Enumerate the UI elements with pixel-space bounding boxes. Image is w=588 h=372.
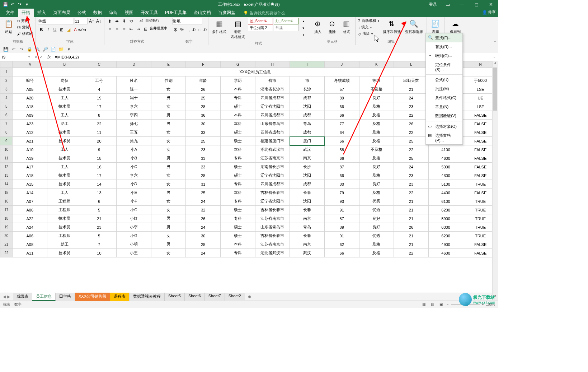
cancel-formula-icon[interactable]: ✕ bbox=[34, 55, 38, 60]
sheet-tab[interactable]: XXX公司销售额 bbox=[75, 293, 110, 301]
ribbon-tab[interactable]: 视图 bbox=[121, 8, 137, 17]
copy-button[interactable]: ⿻复制 bbox=[17, 24, 33, 30]
decrease-decimal-icon[interactable]: ←.0 bbox=[199, 27, 206, 33]
find-menu-item[interactable]: 数据验证(V) bbox=[426, 111, 462, 120]
data-cell[interactable]: 四川省成都市 bbox=[255, 128, 290, 137]
merge-center-button[interactable]: 合并后居中 bbox=[150, 26, 168, 32]
data-cell[interactable]: 男 bbox=[151, 154, 186, 163]
data-cell[interactable]: 良好 bbox=[359, 214, 394, 223]
data-cell[interactable]: 87 bbox=[324, 214, 359, 223]
data-cell[interactable]: 89 bbox=[324, 94, 359, 102]
data-cell[interactable]: 77 bbox=[324, 120, 359, 128]
style-down-icon[interactable]: ▼ bbox=[300, 25, 307, 31]
data-cell[interactable]: 4900 bbox=[428, 240, 463, 249]
login-link[interactable]: 登录 bbox=[429, 2, 437, 7]
new-sheet-button[interactable]: ⊕ bbox=[245, 294, 254, 299]
column-header[interactable]: K bbox=[359, 61, 394, 68]
data-cell[interactable]: 湖南省长沙市 bbox=[255, 163, 290, 171]
row-header[interactable]: 7 bbox=[0, 120, 13, 128]
find-menu-item[interactable]: 替换(R)... bbox=[426, 42, 462, 51]
ribbon-tab[interactable]: 公式 bbox=[74, 8, 90, 17]
fill-button[interactable]: ↓填充▾ bbox=[358, 24, 380, 30]
data-cell[interactable]: 62 bbox=[324, 240, 359, 249]
header-cell[interactable]: 年龄 bbox=[186, 76, 221, 85]
column-header[interactable]: A bbox=[13, 61, 47, 68]
data-cell[interactable]: 及格 bbox=[359, 154, 394, 163]
data-cell[interactable]: 男 bbox=[151, 94, 186, 102]
data-cell[interactable]: 女 bbox=[151, 128, 186, 137]
align-left-icon[interactable]: ≡ bbox=[107, 26, 113, 32]
data-cell[interactable]: 江苏省南京市 bbox=[255, 214, 290, 223]
align-middle-icon[interactable]: ⬌ bbox=[114, 18, 120, 24]
data-cell[interactable]: 本科 bbox=[221, 85, 255, 94]
ribbon-tab[interactable]: 文件 bbox=[2, 8, 18, 17]
data-cell[interactable]: 23 bbox=[186, 163, 221, 171]
find-select-button[interactable]: 🔍查找和选择 bbox=[404, 18, 424, 35]
zoom-out-icon[interactable]: − bbox=[447, 302, 449, 306]
data-cell[interactable]: 女 bbox=[151, 171, 186, 180]
data-cell[interactable]: A06 bbox=[13, 232, 47, 240]
fx-icon[interactable]: fx bbox=[45, 55, 53, 60]
insert-cells-button[interactable]: ⊕插入 bbox=[311, 18, 324, 35]
redo-icon[interactable]: ↷ bbox=[17, 2, 22, 7]
data-cell[interactable]: 技术员 bbox=[47, 128, 82, 137]
data-cell[interactable]: 26 bbox=[186, 214, 221, 223]
data-cell[interactable]: 小D bbox=[117, 180, 151, 189]
data-cell[interactable]: 技术员 bbox=[47, 137, 82, 145]
italic-icon[interactable]: I bbox=[45, 27, 51, 33]
redo-icon[interactable]: ↷ bbox=[19, 46, 24, 52]
data-cell[interactable]: 技术员 bbox=[47, 249, 82, 257]
column-header[interactable]: I bbox=[290, 61, 325, 68]
data-cell[interactable]: 30 bbox=[186, 120, 221, 128]
data-cell[interactable]: 91 bbox=[324, 232, 359, 240]
data-cell[interactable]: 成都 bbox=[290, 94, 325, 102]
format-as-table-button[interactable]: ▤ 套用 表格格式 bbox=[229, 18, 246, 40]
data-cell[interactable]: 青岛 bbox=[290, 223, 325, 232]
row-header[interactable]: 11 bbox=[0, 154, 13, 163]
data-cell[interactable]: 四川省成都市 bbox=[255, 111, 290, 120]
align-center-icon[interactable]: ≡ bbox=[114, 26, 120, 32]
merge-icon[interactable]: ⊟ bbox=[142, 26, 149, 32]
data-cell[interactable]: 22 bbox=[82, 120, 117, 128]
data-cell[interactable]: 25 bbox=[394, 137, 429, 145]
data-cell[interactable]: 90 bbox=[324, 197, 359, 206]
column-header[interactable]: J bbox=[324, 61, 359, 68]
row-header[interactable]: 20 bbox=[0, 232, 13, 240]
data-cell[interactable]: 助工 bbox=[47, 240, 82, 249]
data-cell[interactable]: 长春 bbox=[290, 232, 325, 240]
row-header[interactable]: 16 bbox=[0, 197, 13, 206]
more-icon[interactable]: ▾ bbox=[66, 46, 72, 52]
data-cell[interactable]: A07 bbox=[13, 197, 47, 206]
phonetic-icon[interactable]: wén bbox=[79, 27, 85, 33]
data-cell[interactable]: 22 bbox=[394, 111, 429, 120]
data-cell[interactable]: 6000 bbox=[428, 223, 463, 232]
header-cell[interactable]: 省市 bbox=[255, 76, 290, 85]
data-cell[interactable]: 女 bbox=[151, 197, 186, 206]
data-cell[interactable]: 专科 bbox=[221, 154, 255, 163]
ribbon-tab[interactable]: 页面布局 bbox=[50, 8, 74, 17]
data-cell[interactable]: 良好 bbox=[359, 180, 394, 189]
find-menu-item[interactable]: 🔍查找(F)... bbox=[426, 33, 462, 42]
data-cell[interactable]: 江苏省南京市 bbox=[255, 240, 290, 249]
data-cell[interactable]: 25 bbox=[186, 137, 221, 145]
data-cell[interactable]: 小王 bbox=[117, 249, 151, 257]
data-cell[interactable]: 南京 bbox=[290, 240, 325, 249]
sheet-tab[interactable]: Sheet7 bbox=[205, 293, 225, 301]
data-cell[interactable]: 吉林省长春市 bbox=[255, 206, 290, 214]
data-cell[interactable]: 女 bbox=[151, 232, 186, 240]
currency-icon[interactable]: $ bbox=[172, 27, 179, 33]
data-cell[interactable]: 专科 bbox=[221, 180, 255, 189]
data-cell[interactable]: 小G bbox=[117, 206, 151, 214]
save-icon[interactable]: 💾 bbox=[3, 46, 9, 52]
data-cell[interactable]: 33 bbox=[186, 154, 221, 163]
expand-formula-icon[interactable]: ⌄ bbox=[493, 55, 498, 59]
data-cell[interactable]: 良好 bbox=[359, 223, 394, 232]
ribbon-tab[interactable]: 审阅 bbox=[105, 8, 121, 17]
undo-icon[interactable]: ↶ bbox=[10, 2, 15, 7]
print-icon[interactable]: 📄 bbox=[50, 46, 56, 52]
data-cell[interactable]: 技术员 bbox=[47, 171, 82, 180]
data-cell[interactable]: 工人 bbox=[47, 163, 82, 171]
row-header[interactable]: 12 bbox=[0, 163, 13, 171]
data-cell[interactable]: 工人 bbox=[47, 145, 82, 154]
data-cell[interactable]: 16 bbox=[82, 163, 117, 171]
